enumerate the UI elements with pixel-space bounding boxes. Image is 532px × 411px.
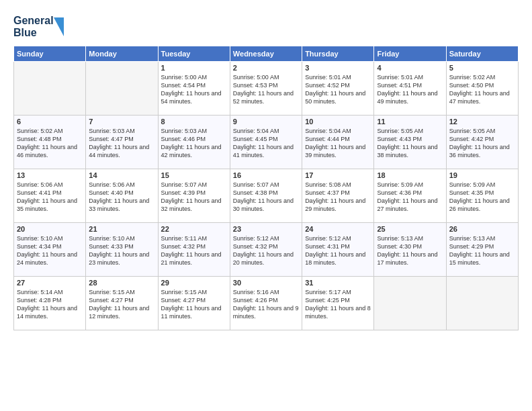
calendar-cell: 2Sunrise: 5:00 AM Sunset: 4:53 PM Daylig… bbox=[230, 62, 302, 116]
day-number: 17 bbox=[305, 171, 371, 179]
day-number: 25 bbox=[377, 225, 443, 233]
header: General Blue bbox=[13, 11, 519, 40]
calendar-cell: 24Sunrise: 5:12 AM Sunset: 4:31 PM Dayli… bbox=[302, 223, 374, 277]
calendar-cell bbox=[14, 62, 86, 116]
day-number: 27 bbox=[17, 279, 83, 287]
cell-content: Sunrise: 5:06 AM Sunset: 4:41 PM Dayligh… bbox=[17, 181, 83, 214]
day-number: 11 bbox=[377, 118, 443, 126]
calendar-cell: 20Sunrise: 5:10 AM Sunset: 4:34 PM Dayli… bbox=[14, 223, 86, 277]
day-number: 24 bbox=[305, 225, 371, 233]
calendar-cell: 15Sunrise: 5:07 AM Sunset: 4:39 PM Dayli… bbox=[158, 169, 230, 223]
calendar-cell: 17Sunrise: 5:08 AM Sunset: 4:37 PM Dayli… bbox=[302, 169, 374, 223]
cell-content: Sunrise: 5:01 AM Sunset: 4:52 PM Dayligh… bbox=[305, 73, 371, 106]
day-header-thursday: Thursday bbox=[302, 46, 374, 62]
calendar-cell: 13Sunrise: 5:06 AM Sunset: 4:41 PM Dayli… bbox=[14, 169, 86, 223]
cell-content: Sunrise: 5:10 AM Sunset: 4:34 PM Dayligh… bbox=[17, 234, 83, 267]
cell-content: Sunrise: 5:14 AM Sunset: 4:28 PM Dayligh… bbox=[17, 288, 83, 321]
cell-content: Sunrise: 5:15 AM Sunset: 4:27 PM Dayligh… bbox=[89, 288, 154, 321]
calendar-cell: 28Sunrise: 5:15 AM Sunset: 4:27 PM Dayli… bbox=[86, 277, 158, 330]
calendar-cell: 3Sunrise: 5:01 AM Sunset: 4:52 PM Daylig… bbox=[302, 62, 374, 116]
cell-content: Sunrise: 5:02 AM Sunset: 4:50 PM Dayligh… bbox=[449, 73, 515, 106]
page: General Blue SundayMondayTuesdayWednesda… bbox=[0, 0, 532, 411]
day-number: 15 bbox=[161, 171, 227, 179]
day-number: 13 bbox=[17, 171, 83, 179]
cell-content: Sunrise: 5:15 AM Sunset: 4:27 PM Dayligh… bbox=[161, 288, 227, 321]
day-number: 20 bbox=[17, 225, 83, 233]
day-header-wednesday: Wednesday bbox=[230, 46, 302, 62]
cell-content: Sunrise: 5:09 AM Sunset: 4:36 PM Dayligh… bbox=[377, 181, 443, 214]
calendar-cell: 6Sunrise: 5:02 AM Sunset: 4:48 PM Daylig… bbox=[14, 116, 86, 169]
day-number: 26 bbox=[449, 225, 515, 233]
svg-marker-2 bbox=[54, 17, 64, 36]
calendar-cell: 31Sunrise: 5:17 AM Sunset: 4:25 PM Dayli… bbox=[302, 277, 374, 330]
day-number: 4 bbox=[377, 64, 443, 72]
day-number: 16 bbox=[233, 171, 299, 179]
day-header-sunday: Sunday bbox=[14, 46, 86, 62]
day-header-friday: Friday bbox=[374, 46, 446, 62]
cell-content: Sunrise: 5:13 AM Sunset: 4:30 PM Dayligh… bbox=[377, 234, 443, 267]
calendar-cell: 26Sunrise: 5:13 AM Sunset: 4:29 PM Dayli… bbox=[446, 223, 518, 277]
cell-content: Sunrise: 5:13 AM Sunset: 4:29 PM Dayligh… bbox=[449, 234, 515, 267]
cell-content: Sunrise: 5:06 AM Sunset: 4:40 PM Dayligh… bbox=[89, 181, 154, 214]
logo: General Blue bbox=[13, 11, 67, 40]
cell-content: Sunrise: 5:08 AM Sunset: 4:37 PM Dayligh… bbox=[305, 181, 371, 214]
day-number: 14 bbox=[89, 171, 154, 179]
calendar-week-5: 27Sunrise: 5:14 AM Sunset: 4:28 PM Dayli… bbox=[14, 277, 519, 330]
calendar-table: SundayMondayTuesdayWednesdayThursdayFrid… bbox=[13, 46, 519, 330]
calendar-cell: 22Sunrise: 5:11 AM Sunset: 4:32 PM Dayli… bbox=[158, 223, 230, 277]
day-number: 8 bbox=[161, 118, 227, 126]
cell-content: Sunrise: 5:04 AM Sunset: 4:45 PM Dayligh… bbox=[233, 127, 299, 160]
calendar-header-row: SundayMondayTuesdayWednesdayThursdayFrid… bbox=[14, 46, 519, 62]
calendar-cell: 14Sunrise: 5:06 AM Sunset: 4:40 PM Dayli… bbox=[86, 169, 158, 223]
calendar-cell: 5Sunrise: 5:02 AM Sunset: 4:50 PM Daylig… bbox=[446, 62, 518, 116]
calendar-cell bbox=[446, 277, 518, 330]
cell-content: Sunrise: 5:09 AM Sunset: 4:35 PM Dayligh… bbox=[449, 181, 515, 214]
calendar-cell: 18Sunrise: 5:09 AM Sunset: 4:36 PM Dayli… bbox=[374, 169, 446, 223]
day-number: 3 bbox=[305, 64, 371, 72]
calendar-week-3: 13Sunrise: 5:06 AM Sunset: 4:41 PM Dayli… bbox=[14, 169, 519, 223]
cell-content: Sunrise: 5:00 AM Sunset: 4:53 PM Dayligh… bbox=[233, 73, 299, 106]
calendar-week-4: 20Sunrise: 5:10 AM Sunset: 4:34 PM Dayli… bbox=[14, 223, 519, 277]
calendar-cell: 10Sunrise: 5:04 AM Sunset: 4:44 PM Dayli… bbox=[302, 116, 374, 169]
calendar-week-1: 1Sunrise: 5:00 AM Sunset: 4:54 PM Daylig… bbox=[14, 62, 519, 116]
calendar-cell: 25Sunrise: 5:13 AM Sunset: 4:30 PM Dayli… bbox=[374, 223, 446, 277]
day-number: 2 bbox=[233, 64, 299, 72]
calendar-cell: 8Sunrise: 5:03 AM Sunset: 4:46 PM Daylig… bbox=[158, 116, 230, 169]
cell-content: Sunrise: 5:01 AM Sunset: 4:51 PM Dayligh… bbox=[377, 73, 443, 106]
day-number: 6 bbox=[17, 118, 83, 126]
calendar-cell: 23Sunrise: 5:12 AM Sunset: 4:32 PM Dayli… bbox=[230, 223, 302, 277]
calendar-cell: 30Sunrise: 5:16 AM Sunset: 4:26 PM Dayli… bbox=[230, 277, 302, 330]
cell-content: Sunrise: 5:02 AM Sunset: 4:48 PM Dayligh… bbox=[17, 127, 83, 160]
cell-content: Sunrise: 5:04 AM Sunset: 4:44 PM Dayligh… bbox=[305, 127, 371, 160]
calendar-cell: 1Sunrise: 5:00 AM Sunset: 4:54 PM Daylig… bbox=[158, 62, 230, 116]
cell-content: Sunrise: 5:10 AM Sunset: 4:33 PM Dayligh… bbox=[89, 234, 154, 267]
day-number: 29 bbox=[161, 279, 227, 287]
day-number: 19 bbox=[449, 171, 515, 179]
day-number: 30 bbox=[233, 279, 299, 287]
cell-content: Sunrise: 5:12 AM Sunset: 4:31 PM Dayligh… bbox=[305, 234, 371, 267]
day-number: 23 bbox=[233, 225, 299, 233]
day-number: 12 bbox=[449, 118, 515, 126]
calendar-cell: 12Sunrise: 5:05 AM Sunset: 4:42 PM Dayli… bbox=[446, 116, 518, 169]
day-number: 9 bbox=[233, 118, 299, 126]
cell-content: Sunrise: 5:00 AM Sunset: 4:54 PM Dayligh… bbox=[161, 73, 227, 106]
day-number: 21 bbox=[89, 225, 154, 233]
calendar-cell: 27Sunrise: 5:14 AM Sunset: 4:28 PM Dayli… bbox=[14, 277, 86, 330]
calendar-cell: 4Sunrise: 5:01 AM Sunset: 4:51 PM Daylig… bbox=[374, 62, 446, 116]
calendar-cell: 16Sunrise: 5:07 AM Sunset: 4:38 PM Dayli… bbox=[230, 169, 302, 223]
cell-content: Sunrise: 5:12 AM Sunset: 4:32 PM Dayligh… bbox=[233, 234, 299, 267]
logo-svg: General Blue bbox=[13, 11, 67, 40]
day-number: 1 bbox=[161, 64, 227, 72]
day-number: 10 bbox=[305, 118, 371, 126]
day-number: 28 bbox=[89, 279, 154, 287]
svg-text:General: General bbox=[13, 15, 54, 26]
svg-text:Blue: Blue bbox=[13, 27, 37, 38]
calendar-cell bbox=[86, 62, 158, 116]
calendar-cell: 29Sunrise: 5:15 AM Sunset: 4:27 PM Dayli… bbox=[158, 277, 230, 330]
day-number: 5 bbox=[449, 64, 515, 72]
day-number: 22 bbox=[161, 225, 227, 233]
calendar-cell: 11Sunrise: 5:05 AM Sunset: 4:43 PM Dayli… bbox=[374, 116, 446, 169]
cell-content: Sunrise: 5:07 AM Sunset: 4:39 PM Dayligh… bbox=[161, 181, 227, 214]
cell-content: Sunrise: 5:16 AM Sunset: 4:26 PM Dayligh… bbox=[233, 288, 299, 321]
cell-content: Sunrise: 5:05 AM Sunset: 4:42 PM Dayligh… bbox=[449, 127, 515, 160]
